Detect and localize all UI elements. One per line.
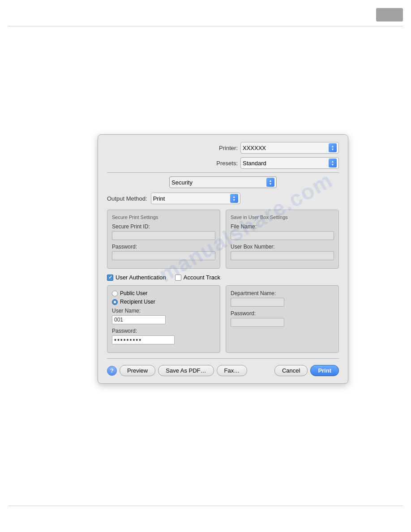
save-userbox-title: Save in User Box Settings [231, 215, 334, 220]
preview-button[interactable]: Preview [120, 365, 155, 376]
account-track-check-item[interactable]: Account Track [175, 274, 220, 281]
secure-print-id-input[interactable] [112, 231, 215, 240]
public-user-radio[interactable] [112, 291, 118, 296]
separator-1 [107, 172, 339, 173]
auth-right-box: Department Name: Password: [226, 285, 339, 353]
print-button[interactable]: Print [310, 365, 339, 376]
file-name-input[interactable] [231, 231, 334, 240]
separator-footer [107, 358, 339, 359]
output-method-select[interactable]: Print [151, 193, 240, 204]
dept-password-input[interactable] [231, 318, 284, 327]
public-user-radio-item[interactable]: Public User [112, 290, 215, 296]
secure-print-id-label: Secure Print ID: [112, 223, 215, 230]
footer-buttons: ? Preview Save As PDF… Fax… Cancel Print [107, 365, 339, 376]
printer-arrow[interactable] [329, 143, 337, 152]
secure-print-title: Secure Print Settings [112, 215, 215, 220]
cancel-button[interactable]: Cancel [274, 365, 308, 376]
dept-password-label: Password: [231, 310, 334, 317]
help-button[interactable]: ? [107, 366, 117, 376]
auth-checkboxes-row: User Authentication Account Track [107, 274, 339, 281]
secure-print-settings-box: Secure Print Settings Secure Print ID: P… [107, 210, 220, 269]
userbox-number-input[interactable] [231, 251, 334, 260]
recipient-user-radio[interactable] [112, 299, 118, 305]
top-bar-button [376, 8, 403, 21]
fax-button[interactable]: Fax… [217, 365, 248, 376]
secure-print-password-input[interactable] [112, 251, 215, 260]
printer-value: XXXXXX [243, 145, 327, 151]
print-dialog: Printer: XXXXXX Presets: Standard Securi… [98, 134, 348, 384]
public-user-label: Public User [120, 290, 147, 296]
output-method-value: Print [153, 195, 228, 202]
presets-value: Standard [243, 160, 327, 167]
userbox-number-label: User Box Number: [231, 244, 334, 250]
security-value: Security [171, 179, 265, 186]
user-auth-check-item[interactable]: User Authentication [107, 274, 166, 281]
printer-select[interactable]: XXXXXX [240, 142, 339, 154]
dept-name-label: Department Name: [231, 290, 334, 296]
user-name-label: User Name: [112, 308, 215, 314]
printer-label: Printer: [206, 145, 238, 151]
recipient-user-label: Recipient User [120, 299, 155, 305]
user-password-label: Password: [112, 328, 215, 334]
user-name-input[interactable] [112, 315, 166, 324]
top-divider [8, 26, 403, 26]
output-method-label: Output Method: [107, 195, 147, 202]
auth-left-box: Public User Recipient User User Name: Pa… [107, 285, 220, 353]
user-password-input[interactable] [112, 335, 175, 344]
security-arrow[interactable] [266, 178, 274, 187]
output-method-row: Output Method: Print [107, 193, 339, 204]
file-name-label: File Name: [231, 223, 334, 230]
save-userbox-settings-box: Save in User Box Settings File Name: Use… [226, 210, 339, 269]
user-auth-checkbox[interactable] [107, 275, 113, 281]
secure-print-password-label: Password: [112, 244, 215, 250]
presets-row: Presets: Standard [107, 157, 339, 169]
presets-select[interactable]: Standard [240, 157, 339, 169]
security-row: Security [107, 176, 339, 188]
presets-label: Presets: [206, 160, 238, 167]
presets-arrow[interactable] [329, 159, 337, 167]
dept-name-input[interactable] [231, 298, 284, 307]
recipient-user-radio-item[interactable]: Recipient User [112, 299, 215, 305]
save-as-pdf-button[interactable]: Save As PDF… [158, 365, 214, 376]
printer-row: Printer: XXXXXX [107, 142, 339, 154]
account-track-label: Account Track [184, 274, 220, 281]
user-auth-label: User Authentication [116, 274, 166, 281]
bottom-divider [8, 506, 403, 506]
security-select[interactable]: Security [169, 176, 277, 188]
settings-columns: Secure Print Settings Secure Print ID: P… [107, 210, 339, 269]
auth-section: Public User Recipient User User Name: Pa… [107, 285, 339, 353]
output-method-arrow[interactable] [230, 194, 238, 203]
account-track-checkbox[interactable] [175, 275, 181, 281]
